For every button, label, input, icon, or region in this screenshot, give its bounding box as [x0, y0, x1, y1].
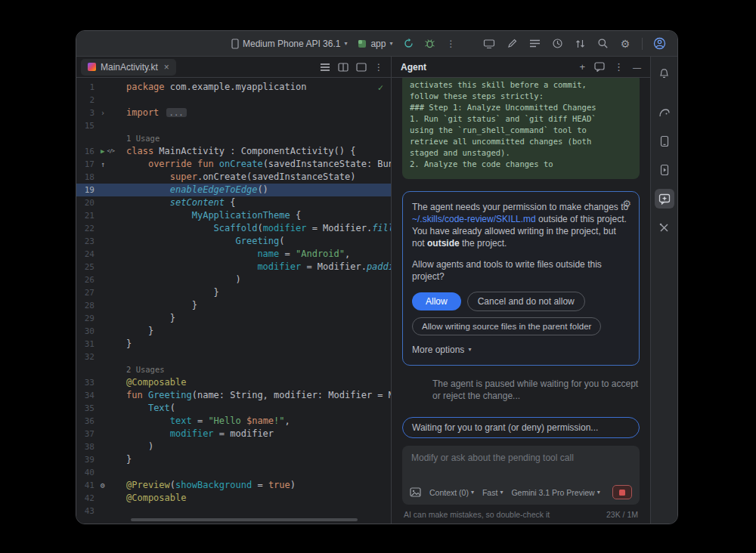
gutter[interactable]: [98, 351, 126, 363]
agent-tool-button[interactable]: [655, 189, 674, 209]
line-number[interactable]: 3: [76, 107, 98, 119]
gutter[interactable]: [98, 235, 126, 248]
allow-button[interactable]: Allow: [412, 292, 461, 310]
gutter[interactable]: [98, 440, 126, 453]
line-number[interactable]: 30: [76, 325, 98, 338]
code-editor[interactable]: 1package com.example.myapplication23›imp…: [76, 78, 391, 524]
gutter[interactable]: [98, 119, 126, 132]
gutter[interactable]: [98, 299, 126, 312]
version-control-button[interactable]: [570, 35, 590, 53]
gutter[interactable]: [98, 248, 126, 261]
usage-hint[interactable]: 2 Usages: [126, 365, 165, 374]
line-number[interactable]: 23: [76, 235, 98, 248]
sync-button[interactable]: [398, 35, 418, 53]
line-number[interactable]: 19: [76, 184, 98, 196]
code-assist-button[interactable]: [502, 35, 522, 53]
settings-button[interactable]: ⚙: [615, 35, 635, 53]
editor-more-icon[interactable]: ⋮: [374, 62, 383, 73]
gutter[interactable]: [98, 222, 126, 235]
gutter[interactable]: [98, 415, 126, 428]
gutter[interactable]: [98, 261, 126, 273]
gutter[interactable]: [98, 81, 126, 94]
gutter[interactable]: [98, 132, 126, 145]
line-number[interactable]: [76, 132, 98, 145]
gutter[interactable]: [98, 94, 126, 107]
line-number[interactable]: 32: [76, 351, 98, 363]
line-number[interactable]: 25: [76, 261, 98, 273]
override-gutter-icon[interactable]: ↑: [101, 158, 105, 171]
gutter[interactable]: [98, 209, 126, 222]
gutter[interactable]: [98, 376, 126, 389]
fold-chevron-icon[interactable]: ›: [101, 107, 105, 119]
gutter[interactable]: [98, 273, 126, 286]
line-number[interactable]: 27: [76, 286, 98, 299]
running-devices-button[interactable]: [655, 160, 674, 180]
design-view-icon[interactable]: [356, 63, 367, 72]
search-everywhere-button[interactable]: [593, 35, 612, 53]
skill-file-link[interactable]: ~/.skills/code-review/SKILL.md: [412, 214, 536, 224]
tab-mainactivity[interactable]: MainActivity.kt ×: [81, 59, 176, 76]
close-icon[interactable]: ×: [164, 63, 169, 72]
line-number[interactable]: 15: [76, 119, 98, 132]
line-number[interactable]: 20: [76, 196, 98, 209]
line-number[interactable]: 16: [76, 145, 98, 158]
line-number[interactable]: 1: [76, 81, 98, 94]
line-number[interactable]: 38: [76, 440, 98, 453]
more-options-button[interactable]: More options ▾: [412, 344, 630, 356]
run-gutter-icon[interactable]: ▶: [101, 145, 104, 158]
line-number[interactable]: 40: [76, 466, 98, 479]
gutter[interactable]: [98, 312, 126, 325]
gutter[interactable]: ↑: [98, 158, 126, 171]
minimize-icon[interactable]: —: [633, 63, 641, 72]
line-number[interactable]: 42: [76, 492, 98, 505]
model-selector[interactable]: Gemini 3.1 Pro Preview ▾: [511, 488, 600, 497]
gutter[interactable]: [98, 338, 126, 351]
line-number[interactable]: 43: [76, 505, 98, 517]
toolbar-more-button[interactable]: ⋮: [441, 35, 460, 53]
code-view-icon[interactable]: [320, 63, 330, 72]
app-inspection-button[interactable]: [655, 218, 674, 237]
allow-parent-folder-button[interactable]: Allow writing source files in the parent…: [412, 317, 601, 335]
context-selector[interactable]: Context (0) ▾: [429, 488, 474, 497]
line-number[interactable]: 33: [76, 376, 98, 389]
attach-image-icon[interactable]: [410, 487, 421, 497]
gutter[interactable]: [98, 466, 126, 479]
gradle-button[interactable]: [655, 103, 674, 122]
gutter[interactable]: [98, 286, 126, 299]
stop-button[interactable]: [612, 485, 632, 499]
device-selector[interactable]: Medium Phone API 36.1 ▾: [226, 36, 352, 51]
inspection-status-icon[interactable]: ✓: [378, 82, 383, 93]
chat-history-icon[interactable]: [594, 62, 605, 72]
gutter[interactable]: [98, 428, 126, 440]
gutter[interactable]: ▶</>: [98, 145, 126, 158]
run-configuration-selector[interactable]: app ▾: [352, 36, 398, 51]
gutter[interactable]: [98, 453, 126, 466]
line-number[interactable]: 22: [76, 222, 98, 235]
agent-more-icon[interactable]: ⋮: [614, 61, 624, 73]
task-list-button[interactable]: [525, 35, 544, 53]
gutter[interactable]: [98, 325, 126, 338]
cancel-button[interactable]: Cancel and do not allow: [467, 292, 585, 311]
line-number[interactable]: 21: [76, 209, 98, 222]
permission-gear-icon[interactable]: ⚙: [622, 198, 631, 210]
line-number[interactable]: 41: [76, 479, 98, 492]
preview-gutter-icon[interactable]: ⚙: [101, 479, 105, 492]
editor-horizontal-scrollbar[interactable]: [131, 518, 358, 521]
line-number[interactable]: 24: [76, 248, 98, 261]
split-view-icon[interactable]: [338, 63, 349, 72]
device-streaming-button[interactable]: [479, 35, 499, 53]
line-number[interactable]: [76, 363, 98, 376]
usage-hint[interactable]: 1 Usage: [126, 134, 160, 143]
line-number[interactable]: 31: [76, 338, 98, 351]
gutter[interactable]: [98, 171, 126, 184]
gutter[interactable]: [98, 196, 126, 209]
line-number[interactable]: 37: [76, 428, 98, 440]
notifications-button[interactable]: [655, 63, 674, 83]
speed-selector[interactable]: Fast ▾: [482, 488, 503, 497]
line-number[interactable]: 17: [76, 158, 98, 171]
line-number[interactable]: 36: [76, 415, 98, 428]
agent-input-composer[interactable]: Modify or ask about the pending tool cal…: [402, 446, 640, 505]
gutter[interactable]: ›: [98, 107, 126, 119]
skill-markdown-block[interactable]: activates this skill before a commit,fol…: [402, 78, 640, 179]
line-number[interactable]: 2: [76, 94, 98, 107]
